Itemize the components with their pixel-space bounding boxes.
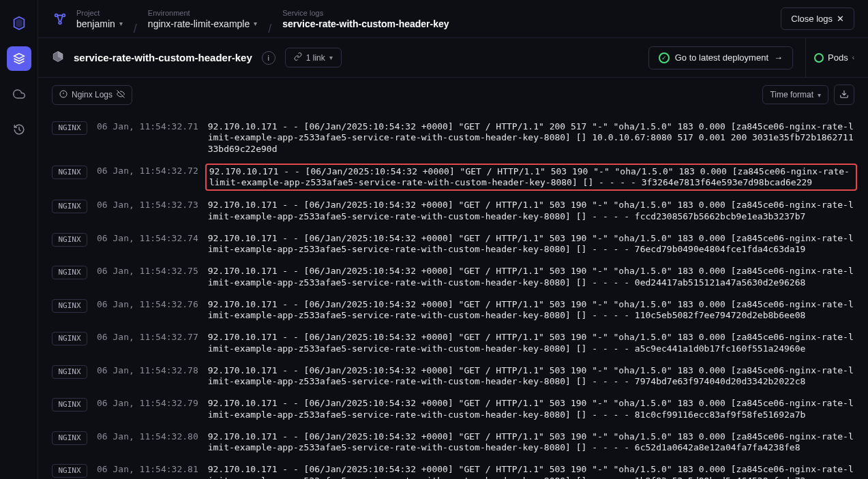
cluster-icon[interactable] bbox=[52, 11, 68, 27]
service-name: service-rate-with-custom-header-key bbox=[74, 52, 252, 63]
log-message: 92.170.10.171 - - [06/Jan/2025:10:54:32 … bbox=[208, 233, 854, 256]
environment-crumb[interactable]: Environment nginx-rate-limit-example ▾ bbox=[148, 9, 257, 29]
log-row[interactable]: NGINX06 Jan, 11:54:32.7592.170.10.171 - … bbox=[52, 262, 854, 295]
project-crumb[interactable]: Project benjamin ▾ bbox=[76, 9, 123, 29]
log-source-badge: NGINX bbox=[52, 166, 87, 179]
svg-point-2 bbox=[59, 21, 61, 24]
project-value: benjamin bbox=[76, 18, 115, 29]
info-icon[interactable]: i bbox=[262, 51, 275, 65]
log-timestamp: 06 Jan, 11:54:32.77 bbox=[97, 332, 198, 343]
brand-logo-icon[interactable] bbox=[7, 11, 31, 35]
log-timestamp: 06 Jan, 11:54:32.80 bbox=[97, 431, 198, 442]
environment-value: nginx-rate-limit-example bbox=[148, 18, 250, 29]
history-nav-icon[interactable] bbox=[7, 117, 31, 142]
log-source-badge: NGINX bbox=[52, 431, 87, 445]
info-icon bbox=[59, 90, 68, 100]
chevron-down-icon: ▾ bbox=[818, 91, 821, 99]
chevron-left-icon: ‹ bbox=[852, 54, 854, 61]
log-timestamp: 06 Jan, 11:54:32.71 bbox=[97, 121, 198, 132]
log-timestamp: 06 Jan, 11:54:32.73 bbox=[97, 200, 198, 211]
log-timestamp: 06 Jan, 11:54:32.76 bbox=[97, 299, 198, 310]
log-message: 92.170.10.171 - - [06/Jan/2025:10:54:32 … bbox=[208, 365, 854, 388]
link-icon bbox=[294, 52, 302, 63]
log-source-badge: NGINX bbox=[52, 398, 87, 412]
log-row[interactable]: NGINX06 Jan, 11:54:32.7192.170.10.171 - … bbox=[52, 117, 854, 161]
service-label: Service logs bbox=[282, 9, 449, 17]
eye-off-icon bbox=[117, 90, 125, 100]
log-row[interactable]: NGINX06 Jan, 11:54:32.7992.170.10.171 - … bbox=[52, 394, 854, 427]
log-row[interactable]: NGINX06 Jan, 11:54:32.7292.170.10.171 - … bbox=[52, 161, 854, 196]
log-message: 92.170.10.171 - - [06/Jan/2025:10:54:32 … bbox=[208, 299, 854, 322]
project-label: Project bbox=[76, 9, 123, 17]
success-check-icon: ✓ bbox=[659, 52, 670, 63]
deploy-label: Go to latest deployment bbox=[675, 52, 768, 63]
download-button[interactable] bbox=[834, 84, 854, 105]
log-source-badge: NGINX bbox=[52, 365, 87, 379]
log-source-badge: NGINX bbox=[52, 299, 87, 313]
environment-label: Environment bbox=[148, 9, 257, 17]
link-count-label: 1 link bbox=[306, 53, 325, 63]
log-message: 92.170.10.171 - - [06/Jan/2025:10:54:32 … bbox=[208, 121, 854, 155]
cloud-nav-icon[interactable] bbox=[7, 82, 31, 106]
log-message: 92.170.10.171 - - [06/Jan/2025:10:54:32 … bbox=[208, 332, 854, 354]
chevron-down-icon: ▾ bbox=[119, 20, 123, 27]
log-message: 92.170.10.171 - - [06/Jan/2025:10:54:32 … bbox=[205, 164, 857, 191]
crumb-separator: / bbox=[265, 22, 274, 37]
log-row[interactable]: NGINX06 Jan, 11:54:32.8192.170.10.171 - … bbox=[52, 460, 854, 479]
service-crumb: Service logs service-rate-with-custom-he… bbox=[282, 9, 449, 29]
chevron-down-icon: ▾ bbox=[254, 20, 257, 27]
layers-nav-icon[interactable] bbox=[7, 46, 31, 71]
log-message: 92.170.10.171 - - [06/Jan/2025:10:54:32 … bbox=[208, 200, 854, 222]
arrow-right-icon: → bbox=[774, 52, 783, 63]
pods-label: Pods bbox=[828, 52, 848, 63]
log-timestamp: 06 Jan, 11:54:32.74 bbox=[97, 233, 198, 244]
log-source-badge: NGINX bbox=[52, 464, 87, 478]
crumb-separator: / bbox=[131, 22, 140, 37]
logs-list: NGINX06 Jan, 11:54:32.7192.170.10.171 - … bbox=[38, 112, 868, 479]
log-source-badge: NGINX bbox=[52, 332, 87, 345]
log-timestamp: 06 Jan, 11:54:32.79 bbox=[97, 398, 198, 409]
side-rail bbox=[0, 0, 38, 479]
service-value: service-rate-with-custom-header-key bbox=[282, 18, 449, 29]
log-timestamp: 06 Jan, 11:54:32.75 bbox=[97, 266, 198, 277]
log-source-badge: NGINX bbox=[52, 200, 87, 213]
download-icon bbox=[839, 89, 849, 101]
log-message: 92.170.10.171 - - [06/Jan/2025:10:54:32 … bbox=[208, 266, 854, 288]
log-row[interactable]: NGINX06 Jan, 11:54:32.7892.170.10.171 - … bbox=[52, 361, 854, 395]
breadcrumb-bar: Project benjamin ▾ / Environment nginx-r… bbox=[38, 0, 868, 38]
cube-icon bbox=[52, 50, 64, 65]
log-row[interactable]: NGINX06 Jan, 11:54:32.7792.170.10.171 - … bbox=[52, 328, 854, 361]
chevron-down-icon: ▾ bbox=[329, 54, 333, 61]
service-header: service-rate-with-custom-header-key i 1 … bbox=[38, 38, 868, 78]
log-row[interactable]: NGINX06 Jan, 11:54:32.7392.170.10.171 - … bbox=[52, 196, 854, 229]
log-timestamp: 06 Jan, 11:54:32.72 bbox=[97, 166, 198, 176]
time-format-select[interactable]: Time format ▾ bbox=[762, 85, 828, 104]
log-timestamp: 06 Jan, 11:54:32.78 bbox=[97, 365, 198, 376]
link-pill[interactable]: 1 link ▾ bbox=[285, 48, 342, 67]
log-row[interactable]: NGINX06 Jan, 11:54:32.7492.170.10.171 - … bbox=[52, 229, 854, 262]
close-icon: ✕ bbox=[837, 14, 844, 24]
log-message: 92.170.10.171 - - [06/Jan/2025:10:54:32 … bbox=[208, 431, 854, 454]
log-source-badge: NGINX bbox=[52, 121, 87, 135]
close-logs-label: Close logs bbox=[791, 14, 833, 24]
log-message: 92.170.10.171 - - [06/Jan/2025:10:54:32 … bbox=[208, 398, 854, 420]
time-format-label: Time format bbox=[770, 90, 813, 99]
log-timestamp: 06 Jan, 11:54:32.81 bbox=[97, 464, 198, 475]
log-row[interactable]: NGINX06 Jan, 11:54:32.8092.170.10.171 - … bbox=[52, 427, 854, 461]
log-source-badge: NGINX bbox=[52, 233, 87, 247]
main-content: Project benjamin ▾ / Environment nginx-r… bbox=[38, 0, 868, 479]
nginx-logs-label: Nginx Logs bbox=[72, 90, 113, 99]
go-to-deployment-button[interactable]: ✓ Go to latest deployment → bbox=[648, 46, 793, 69]
log-message: 92.170.10.171 - - [06/Jan/2025:10:54:32 … bbox=[208, 464, 854, 479]
nginx-logs-filter[interactable]: Nginx Logs bbox=[52, 85, 132, 105]
close-logs-button[interactable]: Close logs ✕ bbox=[781, 7, 854, 30]
log-source-badge: NGINX bbox=[52, 266, 87, 279]
pods-indicator[interactable]: Pods ‹ bbox=[805, 38, 854, 77]
status-dot-icon bbox=[814, 53, 824, 63]
log-row[interactable]: NGINX06 Jan, 11:54:32.7692.170.10.171 - … bbox=[52, 295, 854, 328]
logs-toolbar: Nginx Logs Time format ▾ bbox=[38, 78, 868, 112]
